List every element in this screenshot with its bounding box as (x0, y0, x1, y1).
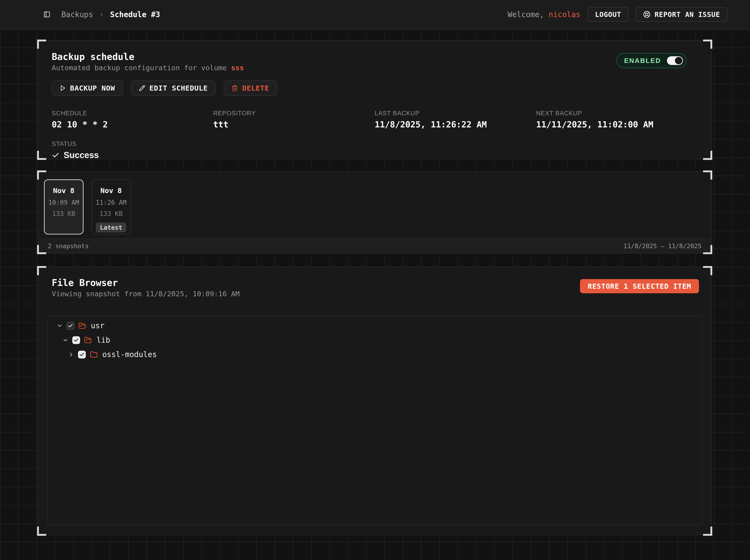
breadcrumb-current: Schedule #3 (110, 10, 160, 19)
edit-schedule-label: EDIT SCHEDULE (150, 84, 208, 92)
field-schedule: SCHEDULE 02 10 * * 2 (52, 110, 213, 129)
chevron-down-icon[interactable] (62, 337, 68, 343)
snapshot-count: 2 snapshots (48, 242, 89, 249)
field-status-label: STATUS (52, 140, 697, 147)
field-last-backup-label: LAST BACKUP (375, 110, 536, 117)
tree-label-ossl-modules[interactable]: ossl-modules (102, 350, 157, 359)
corner-bracket (703, 151, 712, 160)
topbar: Backups Schedule #3 Welcome, nicolas LOG… (0, 0, 750, 29)
backup-now-button[interactable]: BACKUP NOW (52, 81, 123, 96)
corner-bracket (37, 266, 46, 275)
folder-icon (90, 351, 98, 358)
volume-name: sss (231, 64, 244, 72)
breadcrumb-backups[interactable]: Backups (61, 10, 93, 19)
snapshots-footer: 2 snapshots 11/8/2025 – 11/8/2025 (38, 238, 711, 253)
snapshot-date: Nov 8 (100, 186, 122, 195)
status-badge: Success (52, 150, 697, 160)
topbar-left: Backups Schedule #3 (43, 10, 160, 19)
snapshot-date-range: 11/8/2025 – 11/8/2025 (624, 242, 702, 249)
snapshot-size: 133 KB (100, 210, 123, 218)
report-issue-button[interactable]: REPORT AN ISSUE (636, 7, 727, 22)
tree-row-ossl-modules[interactable]: ossl-modules (48, 347, 702, 362)
edit-schedule-button[interactable]: EDIT SCHEDULE (131, 81, 216, 96)
snapshot-date: Nov 8 (53, 186, 74, 195)
sidebar-toggle-button[interactable] (43, 11, 50, 18)
checkbox-lib[interactable] (72, 336, 80, 344)
checkbox-usr[interactable] (66, 322, 74, 329)
welcome-text: Welcome, nicolas (508, 10, 580, 19)
delete-label: DELETE (242, 84, 269, 92)
corner-bracket (703, 526, 712, 536)
backup-schedule-panel: Backup schedule Automated backup configu… (38, 40, 712, 159)
toggle-knob (675, 57, 682, 64)
folder-open-icon (84, 336, 92, 344)
snapshot-card-selected[interactable]: Nov 8 10:09 AM 133 KB (44, 179, 83, 235)
snapshot-time: 11:26 AM (96, 199, 126, 206)
play-icon (59, 85, 66, 91)
snapshot-list: Nov 8 10:09 AM 133 KB Nov 8 11:26 AM 133… (38, 172, 711, 238)
tree-row-usr[interactable]: usr (48, 318, 702, 333)
snapshot-card-latest[interactable]: Nov 8 11:26 AM 133 KB Latest (91, 179, 131, 235)
corner-bracket (37, 151, 46, 160)
schedule-subtitle-text: Automated backup configuration for volum… (52, 64, 231, 72)
check-icon (52, 152, 59, 159)
tree-row-lib[interactable]: lib (48, 333, 702, 347)
toggle-switch[interactable] (667, 56, 683, 65)
chevron-right-icon (99, 12, 104, 17)
snapshot-time: 10:09 AM (48, 199, 79, 206)
checkbox-ossl-modules[interactable] (78, 351, 86, 358)
delete-button[interactable]: DELETE (224, 81, 277, 96)
username: nicolas (549, 10, 580, 19)
field-status: STATUS Success (52, 140, 697, 160)
field-last-backup: LAST BACKUP 11/8/2025, 11:26:22 AM (375, 110, 536, 129)
folder-open-icon (78, 322, 86, 329)
breadcrumb: Backups Schedule #3 (61, 10, 160, 19)
restore-selected-button[interactable]: RESTORE 1 SELECTED ITEM (580, 279, 699, 293)
corner-bracket (703, 40, 712, 49)
schedule-actions: BACKUP NOW EDIT SCHEDULE DELETE (52, 81, 697, 96)
file-browser-subtitle: Viewing snapshot from 11/8/2025, 10:09:1… (52, 289, 240, 298)
file-browser-title: File Browser (52, 277, 240, 288)
backup-now-label: BACKUP NOW (70, 84, 115, 92)
restore-selected-label: RESTORE 1 SELECTED ITEM (588, 282, 691, 290)
corner-bracket (37, 40, 46, 49)
field-repository: REPOSITORY ttt (213, 110, 375, 129)
corner-bracket (703, 266, 712, 275)
chevron-down-icon[interactable] (57, 323, 63, 329)
enabled-toggle[interactable]: ENABLED (616, 53, 687, 68)
chevron-right-icon[interactable] (68, 352, 74, 358)
field-schedule-value: 02 10 * * 2 (52, 120, 213, 129)
report-issue-label: REPORT AN ISSUE (655, 11, 720, 19)
file-browser-panel: File Browser Viewing snapshot from 11/8/… (38, 267, 712, 535)
corner-bracket (37, 526, 46, 536)
field-last-backup-value: 11/8/2025, 11:26:22 AM (375, 120, 536, 129)
field-next-backup: NEXT BACKUP 11/11/2025, 11:02:00 AM (536, 110, 697, 129)
tree-label-usr[interactable]: usr (91, 321, 104, 330)
file-browser-titles: File Browser Viewing snapshot from 11/8/… (52, 277, 240, 298)
pencil-icon (139, 85, 145, 91)
life-buoy-icon (643, 11, 650, 18)
field-repository-value: ttt (213, 120, 375, 129)
latest-badge: Latest (96, 223, 126, 233)
snapshot-size: 133 KB (52, 210, 75, 218)
trash-icon (232, 85, 238, 91)
file-tree: usr lib ossl-modules (47, 316, 703, 525)
welcome-prefix: Welcome, (508, 10, 544, 19)
tree-label-lib[interactable]: lib (97, 336, 110, 344)
field-next-backup-label: NEXT BACKUP (536, 110, 697, 117)
snapshots-panel: Nov 8 10:09 AM 133 KB Nov 8 11:26 AM 133… (38, 171, 712, 254)
field-repository-label: REPOSITORY (213, 110, 375, 117)
field-next-backup-value: 11/11/2025, 11:02:00 AM (536, 120, 697, 129)
schedule-panel-header: Backup schedule Automated backup configu… (52, 51, 697, 72)
logout-button[interactable]: LOGOUT (588, 7, 629, 22)
backup-app-page: { "topbar": { "breadcrumb": { "root": "B… (0, 0, 750, 560)
field-schedule-label: SCHEDULE (52, 110, 213, 117)
panel-left-icon (43, 11, 50, 18)
topbar-right: Welcome, nicolas LOGOUT REPORT AN ISSUE (508, 7, 727, 22)
logout-button-label: LOGOUT (595, 11, 621, 19)
page-title: Backup schedule (52, 51, 244, 62)
file-browser-header: File Browser Viewing snapshot from 11/8/… (38, 277, 711, 298)
schedule-panel-titles: Backup schedule Automated backup configu… (52, 51, 244, 72)
status-text: Success (64, 150, 99, 160)
enabled-toggle-label: ENABLED (624, 57, 661, 64)
